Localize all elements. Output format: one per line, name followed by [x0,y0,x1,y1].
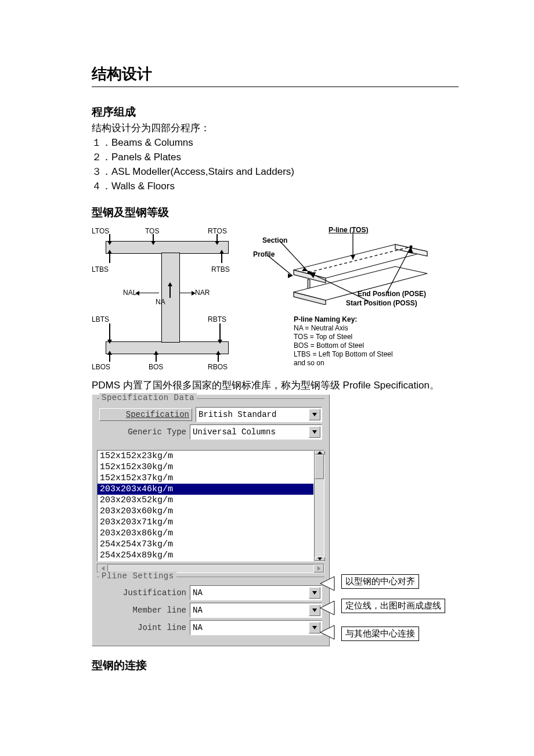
list-item[interactable]: 203x203x86kg/m [98,528,313,539]
label-end-pose: End Position (POSE) [358,290,426,298]
label-lbos: LBOS [92,363,110,371]
vertical-scrollbar[interactable] [314,450,324,561]
scroll-up-button[interactable] [315,451,325,455]
spec-data-legend: Specification Data [99,393,197,402]
list-item[interactable]: 203x203x60kg/m [98,506,313,517]
pline-key-na: NA = Neutral Axis [294,324,393,333]
generic-type-label: Generic Type [99,427,186,437]
scroll-right-button[interactable] [313,564,324,573]
section-profile-heading: 型钢及型钢等级 [92,205,459,220]
label-na: NA [156,298,165,306]
justification-select[interactable]: NA [190,585,322,600]
list-item[interactable]: 203x203x46kg/m [98,484,313,495]
justification-value: NA [193,588,309,597]
label-rbts: RBTS [208,315,226,323]
list-item[interactable]: 203x203x71kg/m [98,517,313,528]
program-item-3-label: ASL Modeller(Access,Stairs and Ladders) [111,166,294,177]
annot-memberline: 定位线，出图时画成虚线 [341,599,445,613]
title-rule [92,87,459,87]
panel-caption: PDMS 内置了国外很多国家的型钢标准库，称为型钢等级 Profile Spec… [92,379,459,392]
label-start-poss: Start Position (POSS) [346,299,417,307]
spec-data-group: Specification Data Specification British… [97,398,324,444]
list-item[interactable]: 254x254x73kg/m [98,539,313,550]
beam-3d-diagram: P-line (TOS) Section Profile End Positio… [253,224,439,372]
generic-type-value: Universal Columns [193,427,309,437]
label-rbos: RBOS [208,363,228,371]
list-item[interactable]: 203x203x52kg/m [98,495,313,506]
label-ltos: LTOS [92,227,109,235]
pline-key-title: P-line Naming Key: [294,315,393,324]
diagram-row: LTOS TOS RTOS LTBS RTBS NAL NA NAR [92,224,459,372]
specification-select[interactable]: British Standard [196,407,322,422]
scroll-down-button[interactable] [315,557,325,561]
ibeam-diagram: LTOS TOS RTOS LTBS RTBS NAL NA NAR [92,224,243,372]
program-item-4: ４．Walls & Floors [92,180,459,193]
profile-listbox-wrap: 152x152x23kg/m152x152x30kg/m152x152x37kg… [97,450,324,561]
list-item[interactable]: 152x152x30kg/m [98,462,313,473]
label-ltbs: LTBS [92,265,109,273]
section-program-heading: 程序组成 [92,105,459,120]
generic-type-select[interactable]: Universal Columns [190,424,322,440]
pline-key-tos: TOS = Top of Steel [294,333,393,341]
panel-and-annotations: Specification Data Specification British… [92,394,459,646]
dropdown-icon[interactable] [309,409,320,420]
joint-line-value: NA [193,623,309,632]
specification-panel: Specification Data Specification British… [92,394,330,646]
label-rtbs: RTBS [211,265,230,273]
list-item[interactable]: 152x152x37kg/m [98,473,313,484]
program-item-1: １．Beams & Columns [92,136,459,150]
specification-value: British Standard [199,410,309,419]
specification-button[interactable]: Specification [99,408,192,421]
member-line-value: NA [193,606,309,615]
dropdown-icon[interactable] [309,604,320,616]
scroll-thumb[interactable] [315,455,324,479]
dropdown-icon[interactable] [309,587,320,599]
label-lbts: LBTS [92,315,109,323]
page-title: 结构设计 [92,64,459,84]
pline-key-etc: and so on [294,359,393,368]
svg-marker-19 [320,577,334,591]
pline-settings-group: Pline Settings Justification NA Member l… [97,577,324,640]
program-item-2: ２．Panels & Plates [92,151,459,164]
joint-line-select[interactable]: NA [190,620,322,635]
program-item-3: ３．ASL Modeller(Access,Stairs and Ladders… [92,165,459,179]
svg-marker-21 [320,625,334,639]
list-item[interactable]: 254x254x89kg/m [98,550,313,561]
program-item-2-label: Panels & Plates [111,152,181,163]
label-section: Section [262,236,287,244]
label-bos: BOS [149,363,163,371]
section-program-intro: 结构设计分为四部分程序： [92,122,459,135]
member-line-label: Member line [99,606,186,615]
program-item-4-label: Walls & Floors [111,181,175,192]
label-profile: Profile [253,250,275,258]
label-pline-tos: P-line (TOS) [329,226,368,234]
label-nal: NAL [123,289,136,297]
list-item[interactable]: 152x152x23kg/m [98,451,313,462]
svg-marker-20 [320,601,334,615]
section-connection-heading: 型钢的连接 [92,658,459,673]
annot-jointline: 与其他梁中心连接 [341,627,419,641]
joint-line-label: Joint line [99,623,186,632]
svg-line-7 [280,241,308,271]
program-item-1-label: Beams & Columns [111,137,193,148]
dropdown-icon[interactable] [309,622,320,633]
profile-listbox[interactable]: 152x152x23kg/m152x152x30kg/m152x152x37kg… [97,450,314,561]
document-page: 结构设计 程序组成 结构设计分为四部分程序： １．Beams & Columns… [0,0,534,699]
label-nar: NAR [195,289,210,297]
pline-key-bos: BOS = Bottom of Steel [294,341,393,350]
member-line-select[interactable]: NA [190,603,322,618]
annot-justification: 以型钢的中心对齐 [341,574,419,589]
justification-label: Justification [99,588,186,597]
pline-settings-legend: Pline Settings [99,571,176,581]
dropdown-icon[interactable] [309,426,320,438]
pline-key-ltbs: LTBS = Left Top Bottom of Steel [294,350,393,359]
